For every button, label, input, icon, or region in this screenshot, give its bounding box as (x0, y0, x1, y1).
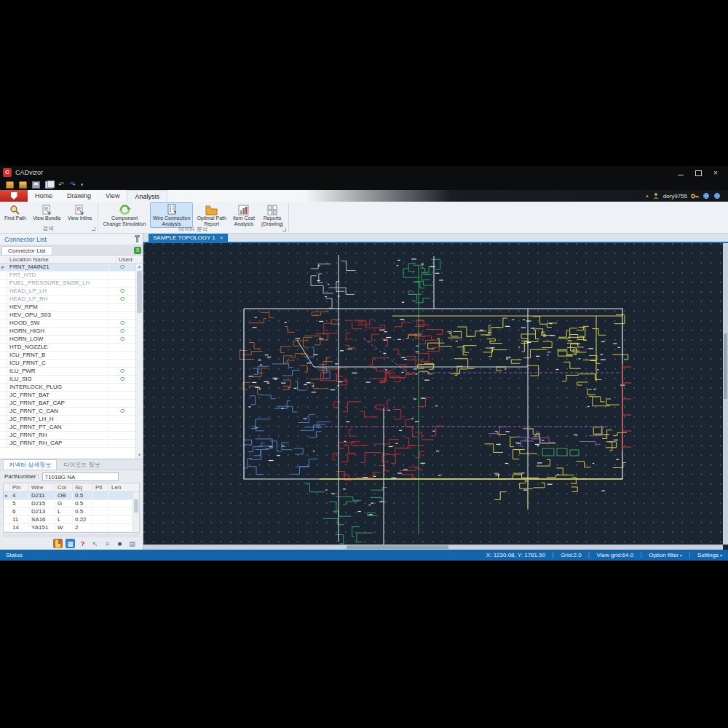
column-header-sq[interactable]: Sq (73, 483, 93, 491)
view-inline-button[interactable]: View Inline (65, 202, 95, 223)
connector-row[interactable]: JC_FRNT_C_CANO (0, 408, 135, 416)
connector-list-tab[interactable]: Connector List (1, 246, 52, 255)
pin-detail-table: Pin Wire Col Sq Plt Len ▸4D211OB0.55D215… (3, 483, 140, 533)
dialog-launcher-icon[interactable] (92, 227, 95, 231)
close-button[interactable]: × (712, 170, 719, 176)
panel-view-icon[interactable]: ■ (115, 539, 124, 548)
status-item-option-filter[interactable]: Option filter▾ (649, 552, 682, 558)
connector-row[interactable]: HOOD_SWO (0, 320, 135, 328)
used-flag: O (109, 408, 135, 415)
menu-tab-home[interactable]: Home (28, 190, 60, 202)
connector-row[interactable]: JC_FRNT_RH (0, 432, 135, 440)
column-header-location-name[interactable]: Location Name (7, 256, 116, 263)
connector-row[interactable]: HORN_HIGHO (0, 328, 135, 336)
canvas-vscrollbar[interactable] (723, 243, 728, 545)
key-icon[interactable] (691, 193, 699, 199)
pin-cell: 14 (10, 524, 29, 531)
pin-detail-row[interactable]: 14YA151W2 (4, 524, 139, 532)
location-name: HTD_NOZZLE (7, 344, 109, 351)
component-change-simulation-button[interactable]: Component Change Simulation (100, 202, 149, 228)
new-folder-icon[interactable] (6, 181, 14, 189)
reports-drawing-button[interactable]: Reports (Drawing) (258, 202, 286, 228)
connector-row[interactable]: HEV_RPM (0, 304, 135, 312)
plt-cell (93, 500, 109, 507)
app-menu-button[interactable] (0, 190, 28, 202)
chart-view-icon[interactable]: ▤ (127, 539, 137, 548)
connector-row[interactable]: HORN_LOWO (0, 336, 135, 344)
globe-icon[interactable] (703, 192, 710, 199)
row-marker (0, 416, 7, 423)
minimize-button[interactable] (677, 170, 684, 176)
select-tool-icon[interactable]: ↖ (90, 539, 100, 548)
used-flag (109, 280, 135, 287)
tab-diode-info[interactable]: 다이오드 정보 (58, 460, 105, 470)
column-header-wire[interactable]: Wire (29, 483, 55, 491)
status-item-settings[interactable]: Settings▾ (697, 552, 722, 558)
redo-icon[interactable]: ↷ (69, 181, 75, 189)
close-tab-icon[interactable]: × (220, 234, 223, 241)
menu-tab-analysis[interactable]: Analysis (127, 190, 167, 202)
tab-sample-topology-1[interactable]: SAMPLE TOPOLOGY 1 × (149, 234, 228, 242)
layers-icon[interactable]: ≡ (103, 539, 112, 548)
collapse-ribbon-icon[interactable]: ▴ (646, 193, 649, 199)
grid-view-icon[interactable]: ▦ (66, 539, 75, 548)
globe-help-icon[interactable] (713, 192, 721, 199)
menu-tab-drawing[interactable]: Drawing (60, 190, 98, 202)
column-header-len[interactable]: Len (109, 483, 139, 491)
connector-row[interactable]: JC_FRNT_BAT (0, 392, 135, 400)
find-path-button[interactable]: Find Path (1, 202, 29, 223)
optimal-path-report-button[interactable]: Optimal Path Report (194, 202, 229, 228)
connector-list-panel: Connector List Connector List X Location… (0, 234, 143, 550)
used-flag (109, 392, 135, 399)
connector-row[interactable]: ICU_FRNT_C (0, 360, 135, 368)
column-header-used[interactable]: Used (116, 256, 143, 263)
pin-icon[interactable] (136, 237, 138, 242)
location-name: JC_FRNT_PT_CAN (7, 424, 109, 431)
connector-row[interactable]: ICU_FRNT_B (0, 352, 135, 360)
connector-row[interactable]: HEAD_LP_LHO (0, 288, 135, 296)
row-marker (0, 328, 7, 335)
connector-row[interactable]: ILU_SIGO (0, 376, 135, 384)
column-header-col[interactable]: Col (55, 483, 73, 491)
undo-icon[interactable]: ↶ (58, 181, 64, 189)
canvas-hscrollbar[interactable] (143, 545, 723, 550)
button-label: Component (111, 215, 138, 221)
open-folder-icon[interactable] (19, 181, 27, 189)
detail-table-scrollbar[interactable] (132, 492, 139, 532)
partnumber-field[interactable]: 71018G NA (42, 472, 119, 481)
connector-row[interactable]: JC_FRNT_PT_CAN (0, 424, 135, 432)
component-tool-icon[interactable]: ▙ (53, 539, 63, 548)
topology-canvas[interactable] (143, 243, 728, 550)
connector-row[interactable]: JC_FRNT_BAT_CAP (0, 400, 135, 408)
item-cost-analysis-button[interactable]: Item Cost Analysis (230, 202, 258, 228)
column-header-pin[interactable]: Pin (10, 483, 29, 491)
pin-detail-row[interactable]: 5D215G0.5 (4, 500, 139, 508)
connector-row[interactable]: HEAD_LP_RHO (0, 296, 135, 304)
save-icon[interactable] (32, 181, 40, 189)
wire-connection-analysis-button[interactable]: Wire Connection Analysis (150, 202, 194, 228)
connector-row[interactable]: INTERLOCK_PLUG (0, 384, 135, 392)
connector-table-scrollbar[interactable]: ▲ ▼ (135, 264, 143, 459)
view-bundle-button[interactable]: View Bundle (30, 202, 64, 223)
connector-row[interactable]: ILU_PWRO (0, 368, 135, 376)
row-marker (0, 320, 7, 327)
qat-more-icon[interactable]: ▾ (81, 182, 84, 188)
connector-row[interactable]: JC_FRNT_RH_CAP (0, 440, 135, 448)
dialog-launcher-icon[interactable] (282, 228, 286, 232)
connector-row[interactable]: JC_FRNT_LH_H (0, 416, 135, 424)
help-icon[interactable]: ? (78, 539, 87, 548)
connector-row[interactable]: FRT_HTD (0, 272, 135, 280)
connector-row[interactable]: HEV_OPU_S03 (0, 312, 135, 320)
restore-button[interactable] (695, 170, 702, 176)
connector-row[interactable]: ▸FRNT_MAIN21O (0, 264, 135, 272)
pin-detail-row[interactable]: 6D213L0.5 (4, 508, 139, 516)
save-as-icon[interactable] (45, 181, 53, 189)
menu-tab-view[interactable]: View (98, 190, 127, 202)
connector-row[interactable]: FUEL_PRESSURE_SNSR_LH (0, 280, 135, 288)
column-header-plt[interactable]: Plt (93, 483, 109, 491)
tab-connector-detail[interactable]: 커넥터 상세정보 (3, 459, 57, 470)
excel-export-icon[interactable]: X (134, 247, 141, 254)
connector-row[interactable]: HTD_NOZZLE (0, 344, 135, 352)
pin-detail-row[interactable]: 11SA16L0.22 (4, 516, 139, 524)
pin-detail-row[interactable]: ▸4D211OB0.5 (4, 492, 139, 500)
